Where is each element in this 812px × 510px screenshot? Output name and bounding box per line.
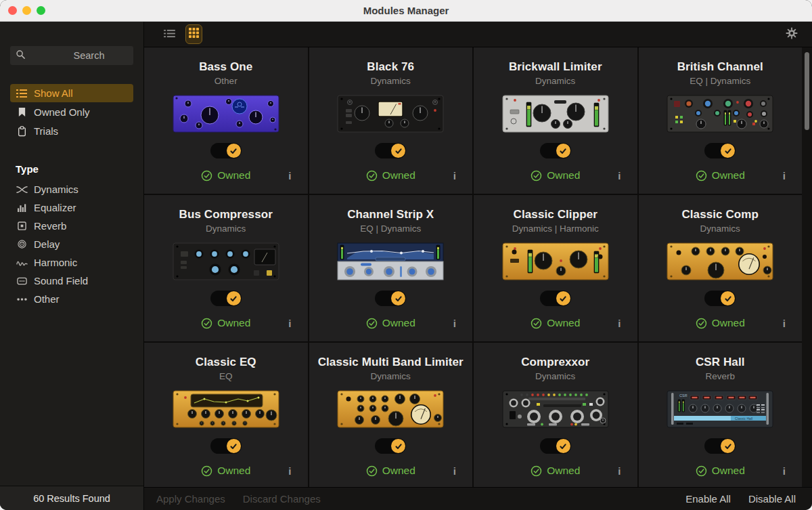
module-info-button[interactable]: i — [286, 170, 294, 182]
module-card: Classic Multi Band LimiterDynamicsOwnedi — [309, 343, 473, 487]
module-status-label: Owned — [382, 317, 415, 329]
module-enable-toggle[interactable] — [540, 291, 571, 306]
module-enable-toggle[interactable] — [375, 143, 406, 158]
module-info-button[interactable]: i — [780, 465, 788, 477]
module-status-label: Owned — [712, 169, 745, 182]
sidebar-type-other[interactable]: Other — [10, 290, 133, 308]
search-icon — [16, 49, 26, 62]
module-thumbnail: CSRClassic Hall — [666, 388, 774, 430]
sidebar-type-label: Other — [34, 293, 60, 305]
module-category: Dynamics | Harmonic — [512, 224, 599, 234]
module-category: EQ | Dynamics — [360, 224, 421, 234]
grid-view-icon — [189, 28, 199, 41]
module-card: ComprexxorDynamicsOwnedi — [474, 343, 637, 487]
sound-field-icon — [16, 277, 28, 285]
search-box[interactable] — [10, 46, 133, 65]
main-area: Bass OneOtherOwnediBlack 76DynamicsOwned… — [144, 22, 812, 510]
module-card: Brickwall LimiterDynamicsOwnedi — [474, 47, 637, 194]
sidebar-type-dynamics[interactable]: Dynamics — [10, 180, 133, 198]
module-enable-toggle[interactable] — [210, 291, 242, 306]
module-info-button[interactable]: i — [451, 318, 459, 329]
module-thumbnail — [666, 93, 774, 135]
module-card: British ChannelEQ | DynamicsOwnedi — [639, 47, 803, 194]
sidebar-type-sound-field[interactable]: Sound Field — [10, 272, 133, 290]
sidebar-filter-trials[interactable]: Trials — [10, 122, 133, 140]
sidebar-filter-show-all[interactable]: Show All — [10, 84, 133, 102]
settings-gear-button[interactable] — [782, 24, 801, 45]
module-enable-toggle[interactable] — [210, 143, 242, 158]
module-thumbnail — [501, 93, 610, 135]
module-enable-toggle[interactable] — [540, 438, 571, 454]
view-toolbar — [144, 22, 812, 47]
sidebar-type-equalizer[interactable]: Equalizer — [10, 198, 133, 217]
module-enable-toggle[interactable] — [375, 291, 406, 306]
module-info-button[interactable]: i — [780, 318, 788, 329]
reverb-icon — [16, 221, 28, 230]
sidebar-type-label: Sound Field — [34, 275, 88, 286]
sidebar-type-harmonic[interactable]: Harmonic — [10, 253, 133, 272]
module-status-label: Owned — [382, 169, 415, 182]
module-title: Channel Strip X — [347, 208, 434, 221]
module-status-row: Ownedi — [639, 169, 803, 182]
type-list: DynamicsEqualizerReverbDelayHarmonicSoun… — [10, 180, 133, 308]
module-status-label: Owned — [547, 317, 580, 329]
sidebar-type-reverb[interactable]: Reverb — [10, 217, 133, 235]
trials-icon — [16, 126, 28, 137]
module-category: Dynamics — [206, 224, 246, 234]
module-title: Black 76 — [367, 60, 414, 74]
discard-changes-button[interactable]: Discard Changes — [243, 493, 321, 505]
disable-all-button[interactable]: Disable All — [748, 493, 796, 505]
module-status-row: Ownedi — [474, 317, 637, 329]
check-circle-icon — [696, 465, 707, 477]
toggle-knob-check-icon — [227, 439, 241, 453]
module-category: EQ — [219, 371, 233, 381]
module-enable-toggle[interactable] — [704, 438, 736, 454]
toggle-knob-check-icon — [721, 439, 735, 453]
app-body: Show AllOwned OnlyTrials Type DynamicsEq… — [0, 22, 812, 510]
module-info-button[interactable]: i — [615, 318, 623, 329]
module-enable-toggle[interactable] — [210, 438, 242, 454]
module-enable-toggle[interactable] — [540, 143, 571, 158]
check-circle-icon — [696, 318, 707, 329]
check-circle-icon — [366, 465, 378, 477]
toggle-knob-check-icon — [721, 291, 735, 305]
scrollbar-thumb[interactable] — [805, 52, 809, 130]
sidebar-filter-label: Trials — [34, 125, 58, 137]
svg-text:CSR: CSR — [679, 394, 687, 398]
module-info-button[interactable]: i — [451, 170, 459, 182]
module-info-button[interactable]: i — [615, 465, 623, 477]
toggle-knob-check-icon — [721, 144, 735, 158]
module-title: Bass One — [199, 60, 252, 74]
module-card: Bus CompressorDynamicsOwnedi — [144, 195, 308, 341]
sidebar-type-delay[interactable]: Delay — [10, 235, 133, 253]
module-info-button[interactable]: i — [451, 465, 459, 477]
filter-list: Show AllOwned OnlyTrials — [10, 84, 133, 140]
check-circle-icon — [531, 170, 542, 182]
module-enable-toggle[interactable] — [704, 291, 736, 306]
search-input[interactable] — [26, 50, 152, 61]
module-thumbnail — [336, 93, 445, 135]
module-status-row: Ownedi — [474, 465, 637, 477]
module-enable-toggle[interactable] — [704, 143, 736, 158]
module-thumbnail — [336, 240, 445, 282]
module-status-row: Ownedi — [144, 465, 308, 477]
enable-all-button[interactable]: Enable All — [685, 493, 731, 505]
module-info-button[interactable]: i — [286, 465, 294, 477]
module-card: Black 76DynamicsOwnedi — [309, 47, 473, 194]
module-category: Reverb — [705, 371, 735, 381]
module-category: Other — [215, 76, 238, 86]
apply-changes-button[interactable]: Apply Changes — [156, 493, 225, 505]
sidebar-filter-owned-only[interactable]: Owned Only — [10, 103, 133, 121]
other-icon — [16, 297, 28, 301]
vertical-scrollbar[interactable] — [802, 47, 812, 487]
list-view-button[interactable] — [160, 25, 179, 44]
module-info-button[interactable]: i — [286, 318, 294, 329]
module-status-label: Owned — [547, 465, 580, 477]
grid-view-button[interactable] — [185, 24, 202, 44]
list-filter-icon — [16, 89, 28, 98]
module-info-button[interactable]: i — [780, 170, 788, 182]
module-status-row: Ownedi — [144, 169, 308, 182]
module-category: Dynamics — [700, 224, 740, 234]
module-enable-toggle[interactable] — [375, 438, 406, 454]
module-info-button[interactable]: i — [615, 170, 623, 182]
